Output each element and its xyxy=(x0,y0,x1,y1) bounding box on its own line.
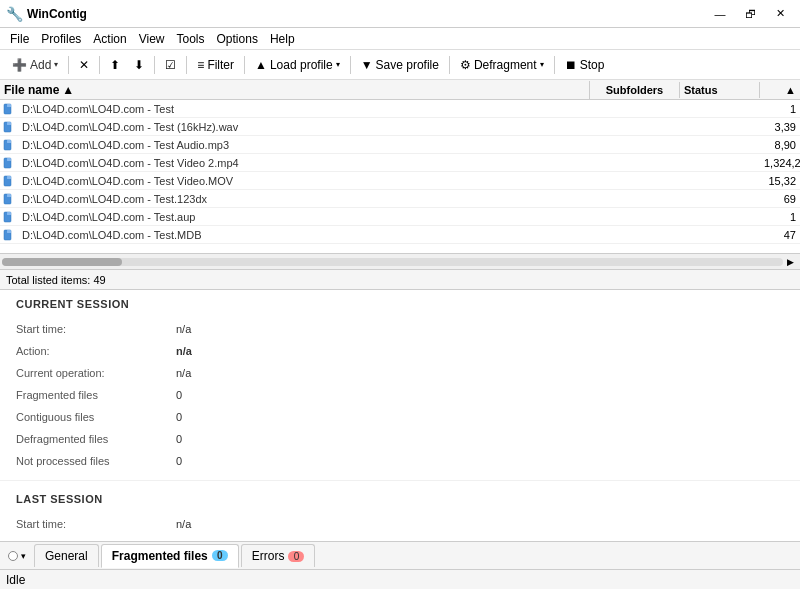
session-value: 0 xyxy=(176,455,182,467)
current-session-table: Start time: n/a Action: n/a Current oper… xyxy=(0,314,800,476)
file-number: 1 xyxy=(760,103,800,115)
horizontal-scrollbar[interactable]: ▶ xyxy=(0,253,800,269)
status-bar: Idle xyxy=(0,569,800,589)
file-icon xyxy=(0,226,18,244)
file-name: D:\LO4D.com\LO4D.com - Test Video 2.mp4 xyxy=(18,157,590,169)
session-label: Current operation: xyxy=(16,367,176,379)
menu-tools[interactable]: Tools xyxy=(171,30,211,48)
scroll-right-arrow[interactable]: ▶ xyxy=(783,257,798,267)
separator-6 xyxy=(350,56,351,74)
scroll-thumb[interactable] xyxy=(2,258,122,266)
session-label: Defragmented files xyxy=(16,433,176,445)
svg-rect-15 xyxy=(7,230,11,233)
load-icon: ▲ xyxy=(255,58,267,72)
save-profile-button[interactable]: ▼ Save profile xyxy=(355,54,445,76)
defrag-dropdown: ▾ xyxy=(540,60,544,69)
move-up-button[interactable]: ⬆ xyxy=(104,54,126,76)
session-label: Contiguous files xyxy=(16,411,176,423)
tab-general[interactable]: General xyxy=(34,544,99,567)
tab-errors[interactable]: Errors 0 xyxy=(241,544,316,567)
file-row[interactable]: D:\LO4D.com\LO4D.com - Test (16kHz).wav … xyxy=(0,118,800,136)
status-text: Idle xyxy=(6,573,25,587)
radio-group[interactable]: ▾ xyxy=(4,549,30,563)
file-number: 1 xyxy=(760,211,800,223)
add-button[interactable]: ➕ Add ▾ xyxy=(6,54,64,76)
minimize-button[interactable]: — xyxy=(706,4,734,24)
menu-action[interactable]: Action xyxy=(87,30,132,48)
file-row[interactable]: D:\LO4D.com\LO4D.com - Test 1 xyxy=(0,100,800,118)
load-profile-dropdown: ▾ xyxy=(336,60,340,69)
menu-profiles[interactable]: Profiles xyxy=(35,30,87,48)
svg-rect-9 xyxy=(7,176,11,179)
load-profile-button[interactable]: ▲ Load profile ▾ xyxy=(249,54,346,76)
radio-circle xyxy=(8,551,18,561)
file-list-body[interactable]: D:\LO4D.com\LO4D.com - Test 1 D:\LO4D.co… xyxy=(0,100,800,253)
toolbar: ➕ Add ▾ ✕ ⬆ ⬇ ☑ ≡ Filter ▲ Load profile … xyxy=(0,50,800,80)
session-row: Fragmented files 0 xyxy=(16,384,784,406)
svg-rect-11 xyxy=(7,194,11,197)
total-listed: Total listed items: 49 xyxy=(0,269,800,289)
file-icon xyxy=(0,100,18,118)
file-number: 3,39 xyxy=(760,121,800,133)
menu-options[interactable]: Options xyxy=(211,30,264,48)
session-label: Start time: xyxy=(16,323,176,335)
session-value: n/a xyxy=(176,323,191,335)
app-icon: 🔧 xyxy=(6,6,23,22)
filter-button[interactable]: ≡ Filter xyxy=(191,54,240,76)
separator-2 xyxy=(99,56,100,74)
file-row[interactable]: D:\LO4D.com\LO4D.com - Test Audio.mp3 8,… xyxy=(0,136,800,154)
file-icon xyxy=(0,172,18,190)
file-number: 15,32 xyxy=(760,175,800,187)
file-row[interactable]: D:\LO4D.com\LO4D.com - Test.aup 1 xyxy=(0,208,800,226)
restore-button[interactable]: 🗗 xyxy=(736,4,764,24)
menu-file[interactable]: File xyxy=(4,30,35,48)
file-number: 8,90 xyxy=(760,139,800,151)
select-all-button[interactable]: ☑ xyxy=(159,54,182,76)
file-name: D:\LO4D.com\LO4D.com - Test Video.MOV xyxy=(18,175,590,187)
column-scroll-up[interactable]: ▲ xyxy=(760,82,800,98)
file-number: 1,324,24 xyxy=(760,157,800,169)
filter-icon: ≡ xyxy=(197,58,204,72)
file-row[interactable]: D:\LO4D.com\LO4D.com - Test Video.MOV 15… xyxy=(0,172,800,190)
svg-rect-1 xyxy=(7,104,11,107)
column-filename[interactable]: File name ▲ xyxy=(0,81,590,99)
column-status[interactable]: Status xyxy=(680,82,760,98)
select-all-icon: ☑ xyxy=(165,58,176,72)
file-row[interactable]: D:\LO4D.com\LO4D.com - Test.123dx 69 xyxy=(0,190,800,208)
session-row: Action: n/a xyxy=(16,340,784,362)
current-session-header: CURRENT SESSION xyxy=(0,290,800,314)
file-icon xyxy=(0,136,18,154)
remove-button[interactable]: ✕ xyxy=(73,54,95,76)
file-row[interactable]: D:\LO4D.com\LO4D.com - Test.MDB 47 xyxy=(0,226,800,244)
session-row: Not processed files 0 xyxy=(16,450,784,472)
remove-icon: ✕ xyxy=(79,58,89,72)
session-row: Defragmented files 0 xyxy=(16,428,784,450)
title-bar: 🔧 WinContig — 🗗 ✕ xyxy=(0,0,800,28)
radio-arrow[interactable]: ▾ xyxy=(21,551,26,561)
scroll-track xyxy=(2,258,783,266)
defragment-button[interactable]: ⚙ Defragment ▾ xyxy=(454,54,550,76)
column-subfolders[interactable]: Subfolders xyxy=(590,82,680,98)
move-down-button[interactable]: ⬇ xyxy=(128,54,150,76)
menu-view[interactable]: View xyxy=(133,30,171,48)
session-panel[interactable]: CURRENT SESSION Start time: n/a Action: … xyxy=(0,290,800,541)
title-bar-controls: — 🗗 ✕ xyxy=(706,4,794,24)
file-icon xyxy=(0,118,18,136)
separator-3 xyxy=(154,56,155,74)
main-content: File name ▲ Subfolders Status ▲ D:\LO4D.… xyxy=(0,80,800,541)
tab-fragmented-files[interactable]: Fragmented files 0 xyxy=(101,544,239,568)
bottom-tabs: ▾ General Fragmented files 0 Errors 0 xyxy=(0,541,800,569)
session-value: n/a xyxy=(176,367,191,379)
stop-icon: ⏹ xyxy=(565,58,577,72)
separator-4 xyxy=(186,56,187,74)
file-name: D:\LO4D.com\LO4D.com - Test xyxy=(18,103,590,115)
close-button[interactable]: ✕ xyxy=(766,4,794,24)
title-bar-text: WinContig xyxy=(27,7,706,21)
stop-button[interactable]: ⏹ Stop xyxy=(559,54,611,76)
session-label: Start time: xyxy=(16,518,176,530)
file-name: D:\LO4D.com\LO4D.com - Test.aup xyxy=(18,211,590,223)
menu-help[interactable]: Help xyxy=(264,30,301,48)
session-label: Not processed files xyxy=(16,455,176,467)
menu-bar: File Profiles Action View Tools Options … xyxy=(0,28,800,50)
file-row[interactable]: D:\LO4D.com\LO4D.com - Test Video 2.mp4 … xyxy=(0,154,800,172)
